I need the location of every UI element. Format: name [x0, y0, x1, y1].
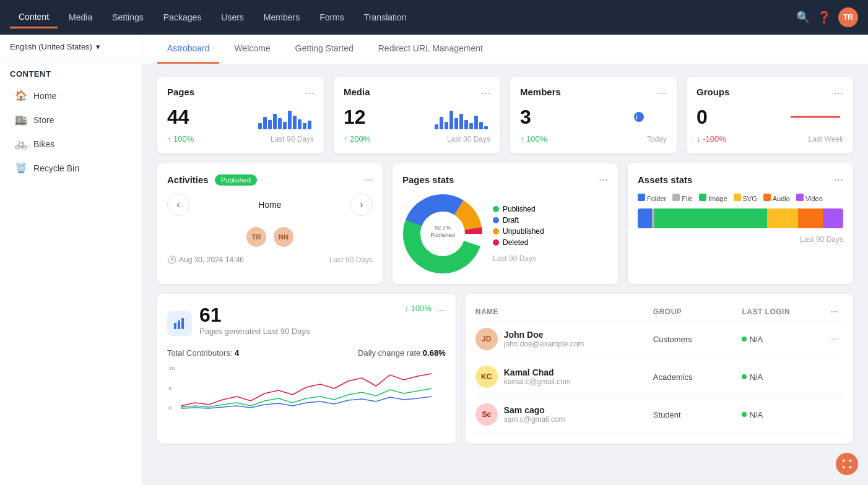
member-login-sam-cago: N/A — [742, 410, 831, 419]
sidebar-item-recycle-bin[interactable]: 🗑️ Recycle Bin — [5, 156, 137, 180]
pages-stats-body: 52.2% Published Published Draft — [402, 194, 608, 274]
member-avatar-kc: KC — [475, 366, 498, 388]
middle-row: Activities Published ··· ‹ Home › TR NN — [157, 163, 853, 284]
member-row-john-doe: JD John Doe john.doe@example.com Custome… — [475, 320, 843, 358]
pages-gen-icon — [167, 311, 192, 336]
pages-gen-more-icon[interactable]: ··· — [436, 304, 446, 317]
activity-prev-button[interactable]: ‹ — [167, 194, 189, 216]
sidebar-item-home[interactable]: 🏠 Home — [5, 84, 137, 108]
pages-gen-chart: 16 8 0 — [167, 363, 446, 412]
draft-dot — [493, 217, 499, 223]
stat-media-value: 12 — [344, 106, 366, 129]
nav-forms[interactable]: Forms — [311, 7, 353, 27]
unpublished-dot — [493, 228, 499, 234]
assets-legend: Folder File Image SVG Audio Video — [638, 194, 843, 202]
assets-legend-audio: Audio — [763, 194, 790, 202]
pages-stats-more-icon[interactable]: ··· — [599, 173, 608, 186]
help-button[interactable]: ❓ — [817, 11, 831, 24]
pages-mini-chart — [258, 105, 314, 129]
tabs-bar: Astroboard Welcome Getting Started Redir… — [142, 35, 868, 64]
svg-rect-34 — [181, 318, 184, 329]
assets-legend-video: Video — [796, 194, 823, 202]
col-group: GROUP — [653, 307, 742, 316]
svg-rect-3 — [273, 114, 277, 129]
sidebar-item-store[interactable]: 🏬 Store — [5, 108, 137, 132]
nav-settings[interactable]: Settings — [103, 7, 152, 27]
svg-rect-0 — [258, 123, 262, 129]
published-badge: Published — [215, 174, 257, 186]
donut-legend: Published Draft Unpublished — [493, 205, 544, 263]
pages-gen-top: 61 Pages generated Last 90 Days ↑ 100% ·… — [167, 304, 446, 343]
stat-pages-value: 44 — [167, 106, 189, 129]
member-name-sam-cago: Sam cago — [504, 405, 565, 415]
stat-groups-title: Groups — [697, 87, 729, 97]
member-avatar-jd: JD — [475, 328, 498, 350]
legend-unpublished: Unpublished — [493, 227, 544, 236]
contributor-nn: NN — [272, 226, 295, 248]
stat-media-change: ↑ 200% — [344, 134, 370, 144]
stat-pages-period: Last 90 Days — [271, 135, 314, 144]
assets-legend-svg: SVG — [734, 194, 757, 202]
user-avatar[interactable]: TR — [838, 7, 858, 27]
contributor-tr: TR — [245, 226, 267, 248]
svg-rect-6 — [288, 111, 292, 129]
svg-rect-32 — [174, 323, 176, 329]
sidebar-section-content: Content — [0, 59, 142, 84]
home-icon: 🏠 — [15, 90, 27, 101]
sidebar-item-store-label: Store — [33, 115, 54, 125]
stat-groups-change: ↓ -100% — [697, 134, 726, 144]
members-mini-chart: i — [611, 105, 667, 129]
media-mini-chart — [435, 105, 490, 129]
tab-redirect-url[interactable]: Redirect URL Management — [368, 35, 493, 64]
tab-welcome[interactable]: Welcome — [224, 35, 280, 64]
sidebar-item-bikes[interactable]: 🚲 Bikes — [5, 132, 137, 156]
stat-groups-more-icon[interactable]: ··· — [834, 87, 843, 100]
stat-pages-change: ↑ 100% — [167, 134, 194, 144]
nav-translation[interactable]: Translation — [355, 7, 415, 27]
pages-gen-label: Pages generated Last 90 Days — [199, 327, 310, 336]
chevron-down-icon: ▾ — [96, 42, 100, 51]
member-row-kamal-chad: KC Kamal Chad kamal.c@gmail.com Academic… — [475, 358, 843, 396]
fullscreen-icon — [842, 459, 852, 469]
stat-card-pages: Pages ··· 44 — [157, 77, 324, 153]
svg-rect-19 — [474, 116, 478, 129]
member-more-jd[interactable]: ··· — [831, 333, 843, 345]
activities-more-icon[interactable]: ··· — [363, 173, 373, 186]
stat-members-more-icon[interactable]: ··· — [658, 87, 667, 100]
pages-gen-value: 61 — [199, 304, 310, 327]
col-name: NAME — [475, 307, 653, 316]
activity-next-button[interactable]: › — [350, 194, 373, 216]
members-table-card: NAME GROUP LAST LOGIN ··· JD John Doe jo… — [466, 294, 853, 444]
stat-members-period: Today — [647, 135, 667, 144]
tab-astroboard[interactable]: Astroboard — [157, 35, 219, 64]
stat-media-more-icon[interactable]: ··· — [481, 87, 490, 100]
member-name-kamal-chad: Kamal Chad — [504, 367, 571, 377]
nav-users[interactable]: Users — [212, 7, 253, 27]
stat-groups-value: 0 — [697, 106, 708, 129]
nav-media[interactable]: Media — [60, 7, 101, 27]
search-button[interactable]: 🔍 — [796, 11, 810, 24]
member-status-dot-jd — [742, 337, 747, 341]
language-selector[interactable]: English (United States) ▾ — [0, 35, 142, 59]
svg-rect-10 — [308, 121, 311, 129]
tab-getting-started[interactable]: Getting Started — [285, 35, 363, 64]
stat-members-change: ↑ 100% — [520, 134, 547, 144]
sidebar-item-bikes-label: Bikes — [33, 139, 54, 149]
svg-text:i: i — [636, 114, 638, 121]
nav-packages[interactable]: Packages — [155, 7, 210, 27]
svg-rect-21 — [484, 126, 488, 129]
donut-chart: 52.2% Published — [402, 194, 483, 274]
assets-stats-more-icon[interactable]: ··· — [834, 173, 843, 186]
stats-row: Pages ··· 44 — [157, 77, 853, 153]
fullscreen-button[interactable] — [836, 453, 858, 475]
nav-members[interactable]: Members — [255, 7, 308, 27]
bar-image — [654, 208, 768, 228]
nav-content[interactable]: Content — [10, 7, 58, 28]
content-area: Astroboard Welcome Getting Started Redir… — [142, 35, 868, 485]
svg-rect-11 — [435, 124, 438, 129]
stat-pages-more-icon[interactable]: ··· — [305, 87, 314, 100]
member-group-kamal-chad: Academics — [653, 372, 742, 382]
svg-text:Published: Published — [430, 232, 455, 238]
stat-members-title: Members — [520, 87, 561, 97]
assets-legend-file: File — [672, 194, 693, 202]
